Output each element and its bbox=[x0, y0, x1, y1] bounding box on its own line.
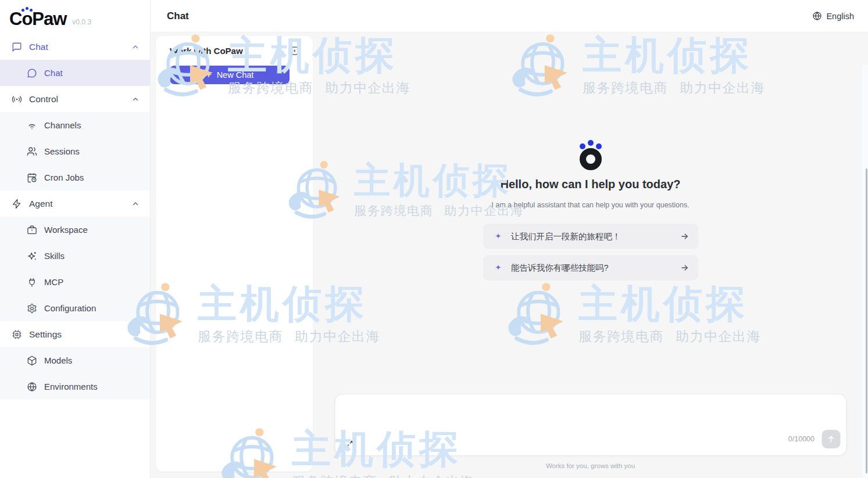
scrollbar-thumb[interactable] bbox=[866, 168, 867, 473]
greeting-subtitle: I am a helpful assistant that can help y… bbox=[491, 201, 689, 209]
sidebar-sublist-control: ChannelsSessionsCron Jobs bbox=[0, 112, 150, 191]
message-input[interactable] bbox=[344, 400, 765, 435]
sidebar-group-control[interactable]: Control bbox=[0, 86, 150, 112]
sidebar-item-label: Environments bbox=[44, 382, 98, 391]
new-chat-label: New Chat bbox=[217, 70, 254, 80]
gear-icon bbox=[27, 303, 37, 314]
briefcase-icon bbox=[27, 225, 37, 235]
app-version: v0.0.3 bbox=[72, 18, 91, 28]
users-icon bbox=[27, 146, 37, 157]
broadcast-icon bbox=[12, 94, 22, 105]
sidebar-item-label: Configuration bbox=[44, 303, 96, 313]
char-counter: 0/10000 bbox=[788, 435, 815, 443]
sidebar-item-label: Channels bbox=[44, 120, 81, 130]
new-chat-button[interactable]: + New Chat bbox=[170, 66, 290, 84]
wifi-icon bbox=[27, 120, 37, 131]
chat-main: Hello, how can I help you today? I am a … bbox=[313, 33, 868, 478]
chat-list-panel: Work with CoPaw + New Chat bbox=[156, 36, 313, 472]
app-window: CoPaw v0.0.3 ChatChatControlChannelsSess… bbox=[0, 0, 868, 478]
sidebar-item-label: Skills bbox=[44, 251, 65, 261]
sidebar-nav: ChatChatControlChannelsSessionsCron Jobs… bbox=[0, 34, 150, 400]
paw-dot-icon bbox=[22, 9, 24, 12]
sidebar-item-sessions[interactable]: Sessions bbox=[0, 138, 150, 164]
chevron-up-icon bbox=[131, 43, 140, 51]
panel-title: Work with CoPaw bbox=[170, 46, 243, 56]
suggestion-card-2[interactable]: 能告诉我你有哪些技能吗? bbox=[483, 255, 698, 281]
chat-round-icon bbox=[27, 68, 37, 78]
sidebar-item-channels[interactable]: Channels bbox=[0, 112, 150, 138]
paw-dot-icon bbox=[26, 7, 28, 10]
sidebar-sublist-chat: Chat bbox=[0, 60, 150, 86]
assistant-paw-logo bbox=[580, 140, 602, 170]
language-label: English bbox=[826, 12, 854, 21]
globe-icon bbox=[27, 382, 37, 392]
sidebar-item-label: Cron Jobs bbox=[44, 172, 84, 182]
sidebar-group-label: Settings bbox=[29, 329, 131, 340]
chip-icon bbox=[12, 329, 22, 340]
zap-icon bbox=[12, 199, 22, 209]
sidebar-item-workspace[interactable]: Workspace bbox=[0, 217, 150, 243]
sidebar-group-label: Chat bbox=[29, 42, 131, 52]
send-button[interactable] bbox=[821, 430, 840, 448]
greeting-heading: Hello, how can I help you today? bbox=[500, 178, 680, 191]
sidebar-group-settings[interactable]: Settings bbox=[0, 321, 150, 347]
suggestion-list: 让我们开启一段新的旅程吧！能告诉我你有哪些技能吗? bbox=[483, 224, 698, 281]
suggestion-card-1[interactable]: 让我们开启一段新的旅程吧！ bbox=[483, 224, 698, 249]
calendar-clock-icon bbox=[27, 172, 37, 183]
paw-dot-icon bbox=[596, 143, 602, 149]
content-area: Work with CoPaw + New Chat Hello, how ca… bbox=[151, 33, 868, 478]
sidebar-item-label: Chat bbox=[44, 68, 63, 78]
app-logo-text: CoPaw bbox=[9, 10, 66, 28]
page-title: Chat bbox=[167, 10, 189, 22]
sidebar-sublist-agent: WorkspaceSkillsMCPConfiguration bbox=[0, 217, 150, 321]
sparkles-icon bbox=[27, 251, 37, 261]
sidebar-group-chat[interactable]: Chat bbox=[0, 34, 150, 60]
sidebar-item-cron-jobs[interactable]: Cron Jobs bbox=[0, 164, 150, 191]
scrollbar-track[interactable] bbox=[861, 65, 868, 478]
chat-square-icon bbox=[12, 42, 22, 52]
panel-left-close-icon[interactable] bbox=[288, 45, 299, 56]
sidebar-item-label: MCP bbox=[44, 277, 63, 287]
footer-tagline: Works for you, grows with you bbox=[546, 462, 635, 469]
sidebar-item-label: Models bbox=[44, 355, 72, 365]
sidebar-item-environments[interactable]: Environments bbox=[0, 373, 150, 400]
arrow-right-icon bbox=[680, 263, 689, 272]
chevron-up-icon bbox=[131, 95, 140, 103]
message-input-card: 0/10000 bbox=[334, 394, 846, 456]
chevron-up-icon bbox=[131, 330, 140, 339]
sidebar-item-chat[interactable]: Chat bbox=[0, 60, 150, 86]
language-selector[interactable]: English bbox=[812, 11, 854, 21]
suggestion-text: 让我们开启一段新的旅程吧！ bbox=[511, 231, 671, 242]
sidebar: CoPaw v0.0.3 ChatChatControlChannelsSess… bbox=[0, 0, 151, 478]
arrow-up-icon bbox=[826, 434, 835, 444]
globe-icon bbox=[812, 11, 822, 21]
sidebar-item-label: Sessions bbox=[44, 146, 80, 156]
top-header: Chat English bbox=[151, 0, 868, 33]
sidebar-group-label: Agent bbox=[29, 199, 131, 209]
sidebar-sublist-settings: ModelsEnvironments bbox=[0, 347, 150, 400]
sidebar-item-models[interactable]: Models bbox=[0, 347, 150, 373]
main-region: Chat English Work with CoPaw + New Chat bbox=[151, 0, 868, 478]
sidebar-group-agent[interactable]: Agent bbox=[0, 191, 150, 217]
sidebar-item-label: Workspace bbox=[44, 225, 88, 235]
sidebar-item-mcp[interactable]: MCP bbox=[0, 269, 150, 295]
sidebar-group-label: Control bbox=[29, 94, 131, 105]
paw-dot-icon bbox=[580, 143, 585, 149]
box-icon bbox=[27, 355, 37, 366]
paw-dot-icon bbox=[588, 140, 594, 146]
app-logo: CoPaw v0.0.3 bbox=[0, 0, 150, 34]
plus-icon: + bbox=[206, 70, 212, 80]
plug-icon bbox=[27, 277, 37, 287]
suggestion-text: 能告诉我你有哪些技能吗? bbox=[511, 263, 671, 274]
paw-ring-icon bbox=[580, 148, 602, 170]
paw-dot-icon bbox=[30, 9, 33, 12]
arrow-right-icon bbox=[680, 232, 689, 241]
sidebar-item-configuration[interactable]: Configuration bbox=[0, 295, 150, 321]
sidebar-item-skills[interactable]: Skills bbox=[0, 243, 150, 269]
sparkle-icon bbox=[494, 264, 502, 272]
sparkle-icon bbox=[494, 232, 502, 241]
chevron-up-icon bbox=[131, 200, 140, 208]
expand-icon[interactable] bbox=[345, 440, 353, 448]
